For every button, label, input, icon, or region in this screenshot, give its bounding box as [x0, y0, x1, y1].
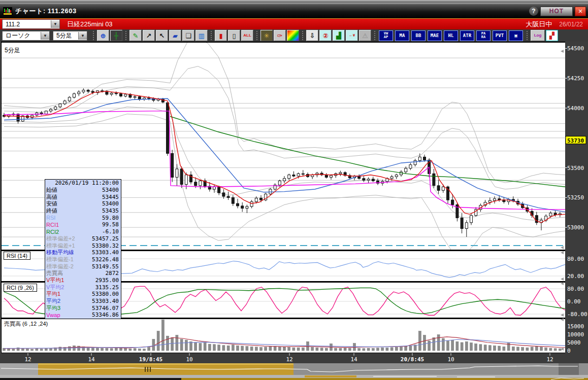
axis-label: 53000 [567, 224, 584, 231]
crosshair-grid-icon[interactable]: ╋ [110, 30, 122, 41]
volume-bar [325, 348, 328, 351]
bar-width-plus-icon[interactable]: ▮ [215, 30, 227, 41]
hot-button[interactable]: HOT [540, 7, 573, 16]
volume-bar [157, 331, 159, 351]
volume-bar [535, 347, 538, 351]
scrollbar[interactable] [0, 363, 588, 375]
eraser-icon[interactable]: ▰ [169, 30, 181, 41]
volume-bar [526, 348, 529, 351]
volume-bar [91, 348, 94, 351]
volume-bar [316, 348, 318, 351]
volume-bar [447, 341, 449, 351]
volume-bar [194, 342, 197, 351]
chart-save-icon[interactable]: ⇩ [306, 30, 318, 41]
toolbar-separator [527, 31, 528, 40]
volume-bar [36, 349, 38, 351]
volume-bar [311, 348, 314, 351]
show-all-icon[interactable]: ALL [241, 30, 253, 41]
rsi-pane-label: RSI (14) [4, 252, 30, 260]
chevron-down-icon[interactable]: ▼ [41, 32, 49, 40]
volume-bar [498, 346, 501, 351]
volume-bar [470, 343, 473, 351]
zoom-icon[interactable]: ⊕ [97, 30, 109, 41]
tooltip-header: 2026/01/19 11:20:00 [45, 180, 121, 187]
color-palette-icon[interactable] [287, 30, 299, 41]
close-button[interactable]: ✕ [575, 7, 586, 16]
volume-bar [237, 346, 239, 351]
mini-chart-icon[interactable]: ▞ [546, 30, 558, 41]
volume-bar [31, 349, 34, 351]
volume-bar [59, 347, 61, 351]
chevron-down-icon[interactable]: ▼ [51, 20, 59, 28]
web-link-icon[interactable]: ✳ [260, 30, 273, 41]
timeframe-value: 5分足 [53, 31, 78, 40]
axis-label: -80.00 [567, 311, 587, 318]
bar-width-minus-icon[interactable]: ▯ [228, 30, 240, 41]
volume-bar [204, 343, 206, 351]
yen-order-icon[interactable]: ←¥ [346, 30, 358, 41]
alert-icon[interactable]: ⚠ [359, 30, 371, 41]
volume-pane-label: 売買高 (6 ,12 ,24) [4, 320, 48, 328]
tooltip-row: RSI59.80 [45, 214, 121, 221]
indicator-atr-button[interactable]: ATR [460, 30, 474, 41]
volume-bar [521, 348, 524, 351]
tool-settings-icon[interactable]: ✑ [274, 30, 286, 41]
price-board-icon[interactable]: ▟ [333, 30, 345, 41]
indicator-pvt-button[interactable]: PVT [493, 30, 507, 41]
copy-settings-icon[interactable]: ❏ [182, 30, 194, 41]
log-scale-button[interactable]: Log [531, 30, 545, 41]
volume-bar [451, 340, 454, 351]
axis-label: 53250 [567, 194, 584, 201]
timeframe-select[interactable]: 5分足 ▼ [53, 31, 87, 41]
volume-bar [283, 347, 286, 351]
indicator-vwap-button[interactable]: VW AP [379, 30, 393, 41]
volume-bar [278, 347, 281, 351]
volume-bar [358, 349, 361, 351]
symbol-select[interactable]: 111.2 ▼ [2, 19, 60, 29]
volume-bar [115, 348, 117, 351]
volume-bar [395, 347, 398, 351]
rci-pane-label: RCI (9 ,26) [4, 284, 37, 292]
cursor-icon[interactable]: ↖ [156, 30, 168, 41]
volume-bar [386, 348, 388, 351]
volume-bar [484, 345, 486, 351]
chevron-down-icon[interactable]: ▼ [78, 32, 87, 40]
volume-bar [167, 336, 169, 351]
tooltip-row: 標準偏差+253457.25 [45, 235, 121, 243]
volume-bar [241, 346, 244, 351]
indicator-para-button[interactable]: PA RA [476, 30, 491, 41]
axis-label: 15000 [567, 323, 584, 330]
volume-bar [363, 349, 365, 351]
volume-bar [549, 348, 552, 351]
volume-bar [68, 347, 71, 351]
volume-bar [129, 349, 132, 351]
marker-pen-icon[interactable]: ✎ [129, 30, 142, 41]
help-button[interactable]: ? [529, 7, 538, 16]
tooltip-row: 終値53435 [45, 208, 121, 215]
volume-bar [134, 349, 136, 351]
indicator-bb-button[interactable]: BB [411, 30, 426, 41]
volume-bar [512, 347, 514, 351]
indicator-ma-button[interactable]: MA [395, 30, 409, 41]
volume-bar [409, 346, 412, 351]
tooltip-row: 平均253303.40 [45, 298, 121, 305]
chart-type-select[interactable]: ローソク ▼ [2, 31, 50, 41]
toolbar-separator [374, 31, 375, 40]
trash-icon[interactable]: ▥ [195, 30, 208, 41]
volume-bar [418, 331, 421, 351]
tooltip-row: 標準偏差+153380.32 [45, 242, 121, 249]
indicator-hl-button[interactable]: HL [444, 30, 458, 41]
price-tag-value: 53730 [567, 137, 584, 144]
trendline-icon[interactable]: ↗ [143, 30, 155, 41]
indicator-frame-button[interactable]: ▣ [509, 30, 523, 41]
volume-bar [96, 348, 99, 351]
volume-bar [222, 346, 225, 351]
volume-bar [517, 347, 519, 351]
time-order-icon[interactable]: ② [319, 30, 332, 41]
title-bar[interactable]: チャート: 111.2603 ? HOT ✕ [0, 4, 588, 19]
axis-label: 54250 [567, 75, 584, 82]
indicator-button-group: VW APMABBMAEHLATRPA RAPVT▣ [378, 30, 524, 41]
time-label: 12 [24, 356, 31, 363]
volume-bar [269, 347, 272, 351]
indicator-mae-button[interactable]: MAE [428, 30, 442, 41]
